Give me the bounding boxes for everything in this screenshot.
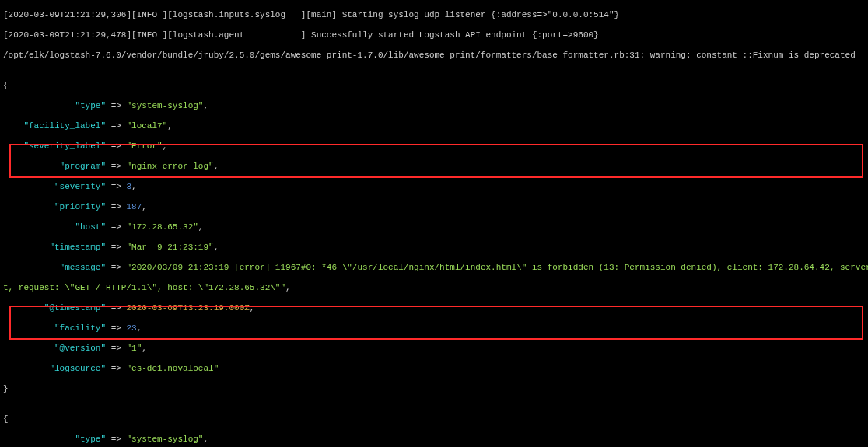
val-facility-label: "local7" xyxy=(121,121,167,131)
val-atimestamp: 2020-03-09T13:23:19.000Z xyxy=(121,303,250,313)
brace-open: { xyxy=(3,81,9,90)
val-program: "nginx_error_log" xyxy=(121,162,214,171)
val-timestamp: "Mar 9 21:23:19" xyxy=(121,243,214,252)
val-severity: 3 xyxy=(121,182,131,191)
terminal-output[interactable]: [2020-03-09T21:21:29,306][INFO ][logstas… xyxy=(0,0,868,447)
key-facility-label: "facility_label" xyxy=(23,121,110,131)
key-logsource: "logsource" xyxy=(23,364,110,373)
val-priority: 187 xyxy=(121,202,142,211)
key-severity: "severity" xyxy=(23,182,110,191)
key-atimestamp: "@timestamp" xyxy=(23,303,110,313)
key-type: "type" xyxy=(23,435,110,444)
key-type: "type" xyxy=(23,101,110,110)
key-program: "program" xyxy=(23,162,110,171)
log-line: [2020-03-09T21:21:29,478][INFO ][logstas… xyxy=(3,30,599,40)
val-facility: 23 xyxy=(121,323,137,333)
key-version: "@version" xyxy=(23,344,110,353)
log-line: [2020-03-09T21:21:29,306][INFO ][logstas… xyxy=(3,10,619,19)
val-logsource: "es-dc1.novalocal" xyxy=(121,364,219,373)
key-host: "host" xyxy=(23,222,110,232)
key-priority: "priority" xyxy=(23,202,110,211)
key-facility: "facility" xyxy=(23,323,110,333)
val-type: "system-syslog" xyxy=(121,101,204,110)
val-type: "system-syslog" xyxy=(121,435,204,444)
val-host: "172.28.65.32" xyxy=(121,222,198,232)
val-message: "2020/03/09 21:23:19 [error] 11967#0: *4… xyxy=(121,263,868,272)
val-version: "1" xyxy=(121,344,142,353)
log-line: /opt/elk/logstash-7.6.0/vendor/bundle/jr… xyxy=(3,51,856,60)
val-message-cont: t, request: \"GET / HTTP/1.1\", host: \"… xyxy=(3,283,285,292)
key-severity-label: "severity_label" xyxy=(23,141,110,151)
key-message: "message" xyxy=(23,263,110,272)
key-timestamp: "timestamp" xyxy=(23,243,110,252)
brace-open: { xyxy=(3,414,9,424)
brace-close: } xyxy=(3,384,9,393)
val-severity-label: "Error" xyxy=(121,141,163,151)
